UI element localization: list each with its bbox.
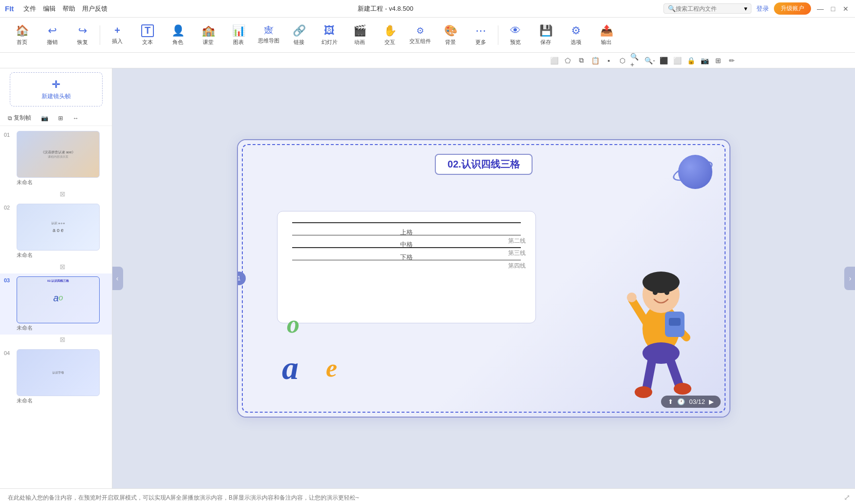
toolbar-divider-2 <box>498 25 498 45</box>
tool-more[interactable]: ⋯ 更多 <box>466 22 496 48</box>
copy-frame-btn[interactable]: ⧉ 复制帧 <box>5 112 34 124</box>
menu-feedback[interactable]: 用户反馈 <box>82 4 107 13</box>
slide-item-1[interactable]: 01 《汉语拼音认读 aoe》课程内容演示页 未命名 <box>0 128 112 189</box>
slide-bottom-3: ⊠ <box>0 335 112 346</box>
camera-btn[interactable]: 📷 <box>699 55 710 66</box>
tool-preview[interactable]: 👁 预览 <box>500 22 531 48</box>
search-box[interactable]: 🔍 ▾ <box>663 3 751 14</box>
mindmap-icon: 🕸 <box>264 25 273 36</box>
slide-item-3[interactable]: 03 02.认识四线三格 a o 未命名 <box>0 273 112 335</box>
menu-edit[interactable]: 编辑 <box>43 4 56 13</box>
save-icon: 💾 <box>539 24 553 37</box>
new-frame-label: 新建镜头帧 <box>42 92 71 101</box>
shape-paste-btn[interactable]: 📋 <box>589 55 601 66</box>
align-left-btn[interactable]: ⬛ <box>658 55 669 66</box>
interact-comp-icon: ⚙ <box>416 25 424 36</box>
svg-point-6 <box>627 293 637 302</box>
maximize-button[interactable]: □ <box>829 4 837 13</box>
notes-input[interactable] <box>0 489 839 504</box>
slide-title-text: 02.认识四线三格 <box>448 158 520 171</box>
interact-icon: ✋ <box>384 24 397 37</box>
search-input[interactable] <box>676 5 744 12</box>
tool-bg[interactable]: 🎨 背景 <box>435 22 466 48</box>
tool-link[interactable]: 🔗 链接 <box>284 22 314 48</box>
tool-save[interactable]: 💾 保存 <box>531 22 561 48</box>
slide-icon-2: ⊠ <box>60 263 65 271</box>
tool-options[interactable]: ⚙ 选项 <box>561 22 591 48</box>
zoom-out-btn[interactable]: 🔍- <box>644 55 656 66</box>
tool-interact-comp[interactable]: ⚙ 交互组件 <box>405 23 435 47</box>
new-frame-button[interactable]: ✛ 新建镜头帧 <box>10 72 103 106</box>
upgrade-button[interactable]: 升级账户 <box>774 2 811 15</box>
align-center-btn[interactable]: ⬜ <box>671 55 683 66</box>
share-icon: ⬆ <box>668 398 673 405</box>
menu-help[interactable]: 帮助 <box>63 4 75 13</box>
slide-item-2[interactable]: 02 认识 a o ea o e 未命名 <box>0 201 112 262</box>
menu-file[interactable]: 文件 <box>23 4 36 13</box>
sidebar: ✛ 新建镜头帧 ⧉ 复制帧 📷 ⊞ ↔ 01 <box>0 68 112 488</box>
role-icon: 👤 <box>171 24 185 37</box>
camera-action-btn[interactable]: 📷 <box>38 112 51 124</box>
shape-select-btn[interactable]: ⬜ <box>548 55 560 66</box>
right-panel-collapse-btn[interactable]: › <box>844 267 855 290</box>
slide-bottom-1: ⊠ <box>0 189 112 201</box>
login-button[interactable]: 登录 <box>756 4 769 13</box>
link-icon: 🔗 <box>293 24 306 37</box>
tool-role[interactable]: 👤 角色 <box>163 22 193 48</box>
fourline-box: 上格 第二线 中格 第三线 下格 第四线 <box>277 211 536 323</box>
swap-action-btn[interactable]: ↔ <box>70 112 82 124</box>
slide-num-2: 02 <box>4 204 14 210</box>
thumb-content-2: 认识 a o ea o e <box>17 204 99 250</box>
slide-counter: ⬆ 🕐 03/12 ▶ <box>661 396 721 408</box>
minimize-button[interactable]: — <box>816 4 825 13</box>
tool-interact[interactable]: ✋ 交互 <box>375 22 405 48</box>
shape-copy-btn[interactable]: ⧉ <box>576 55 587 66</box>
tool-interact-comp-label: 交互组件 <box>409 38 431 45</box>
shape-pentagon-btn[interactable]: ⬠ <box>562 55 574 66</box>
planet-circle <box>678 155 712 189</box>
notes-expand-btn[interactable]: ⤢ <box>839 489 855 504</box>
slide-thumb-1: 《汉语拼音认读 aoe》课程内容演示页 <box>17 131 100 178</box>
plus-icon: ✛ <box>52 79 60 90</box>
tool-animation[interactable]: 🎬 动画 <box>344 22 375 48</box>
grid-btn[interactable]: ⊞ <box>712 55 724 66</box>
tool-home-label: 首页 <box>17 39 27 46</box>
slide-thumb-2: 认识 a o ea o e <box>17 204 100 251</box>
tool-chart-label: 图表 <box>233 39 244 46</box>
fourline-label-xia: 下格 <box>400 253 413 262</box>
tool-class[interactable]: 🏫 课堂 <box>193 22 223 48</box>
window-controls: — □ ✕ <box>816 4 850 13</box>
tool-text[interactable]: T 文本 <box>132 22 163 48</box>
slide-num-1: 01 <box>4 131 14 138</box>
shape-square-btn[interactable]: ▪ <box>603 55 615 66</box>
zoom-in-btn[interactable]: 🔍+ <box>630 55 642 66</box>
close-button[interactable]: ✕ <box>841 4 850 13</box>
insert-icon: + <box>114 25 120 36</box>
search-icon: 🔍 <box>668 5 676 12</box>
sidebar-collapse-btn[interactable]: ‹ <box>112 267 123 290</box>
slide-label-1: 未命名 <box>17 179 100 186</box>
slide-item-4[interactable]: 04 认识字母 未命名 <box>0 346 112 407</box>
tool-slideshow[interactable]: 🖼 幻灯片 <box>314 22 344 48</box>
undo-icon: ↩ <box>48 24 57 37</box>
grid-action-btn[interactable]: ⊞ <box>55 112 66 124</box>
search-dropdown-icon[interactable]: ▾ <box>744 5 748 12</box>
top-right-actions: 🔍 ▾ 登录 升级账户 — □ ✕ <box>663 2 850 15</box>
tool-mindmap-label: 思维导图 <box>258 37 279 44</box>
tool-bg-label: 背景 <box>445 39 456 46</box>
tool-redo[interactable]: ↪ 恢复 <box>67 22 98 48</box>
tool-export[interactable]: 📤 输出 <box>591 22 621 48</box>
edit-btn[interactable]: ✏ <box>726 55 738 66</box>
tool-home[interactable]: 🏠 首页 <box>7 22 37 48</box>
fourline-right-3: 第三线 <box>508 249 526 257</box>
tool-undo[interactable]: ↩ 撤销 <box>37 22 67 48</box>
tool-mindmap[interactable]: 🕸 思维导图 <box>254 23 284 46</box>
sidebar-actions: ⧉ 复制帧 📷 ⊞ ↔ <box>0 110 112 126</box>
toolbar-divider-1 <box>100 25 100 45</box>
shape-hexagon-btn[interactable]: ⬡ <box>617 55 628 66</box>
fourline-right-4: 第四线 <box>508 262 526 270</box>
slide-title-box[interactable]: 02.认识四线三格 <box>435 154 533 175</box>
lock-btn[interactable]: 🔒 <box>685 55 697 66</box>
tool-insert[interactable]: + 插入 <box>102 23 132 47</box>
tool-chart[interactable]: 📊 图表 <box>223 22 254 48</box>
